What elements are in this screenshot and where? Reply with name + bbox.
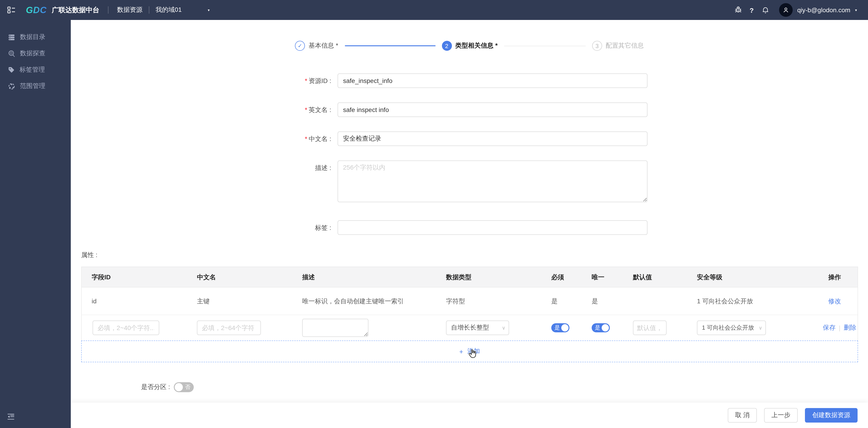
step-3-label: 配置其它信息: [606, 42, 644, 50]
col-header-cn-name: 中文名: [187, 267, 292, 287]
step-2-label: 类型相关信息 *: [455, 42, 498, 50]
create-data-resource-button[interactable]: 创建数据资源: [805, 408, 858, 423]
apps-menu-icon[interactable]: [7, 6, 16, 14]
tags-label: 标签 :: [71, 220, 338, 235]
description-label: 描述 :: [71, 161, 338, 202]
sidebar-item-label: 数据探查: [20, 50, 45, 58]
resource-id-input[interactable]: [338, 73, 648, 88]
bug-report-icon[interactable]: [734, 6, 742, 14]
chevron-down-icon: ∨: [756, 325, 762, 331]
col-header-required: 必须: [541, 267, 582, 287]
partition-label: 是否分区 :: [141, 383, 170, 391]
toggle-label: 是: [555, 324, 560, 332]
required-mark: *: [305, 77, 307, 84]
partition-toggle[interactable]: 否: [174, 382, 194, 392]
cell-default: [623, 288, 687, 315]
table-row-id: id 主键 唯一标识，会自动创建主键唯一索引 字符型 是 是 1 可向社会公众开…: [82, 288, 858, 315]
form-row-tags: 标签 :: [71, 220, 868, 235]
help-icon[interactable]: ?: [750, 6, 754, 14]
chinese-name-label: *中文名 :: [71, 131, 338, 146]
cell-data-type: 字符型: [436, 288, 541, 315]
add-attribute-label: 添加: [467, 347, 480, 356]
toggle-knob: [602, 324, 609, 331]
partition-row: 是否分区 : 否: [141, 382, 868, 392]
step-indicator: ✓ 基本信息 * 2 类型相关信息 * 3 配置其它信息: [71, 41, 868, 51]
attributes-table: 字段ID 中文名 描述 数据类型 必须 唯一 默认值 安全等级 操作 id 主键…: [81, 267, 858, 340]
person-icon: [782, 6, 789, 13]
editor-security-select[interactable]: 1 可向社会公众开放 ∨: [697, 321, 766, 335]
resource-id-label: *资源ID :: [71, 73, 338, 88]
user-avatar[interactable]: [779, 3, 793, 17]
editor-cn-name-input[interactable]: [197, 321, 261, 335]
previous-step-button[interactable]: 上一步: [764, 408, 798, 423]
editor-data-type-select[interactable]: 自增长长整型 ∨: [446, 321, 509, 335]
english-name-input[interactable]: [338, 102, 648, 117]
form-row-english-name: *英文名 :: [71, 102, 868, 117]
sidebar-item-label: 数据目录: [20, 33, 45, 41]
english-name-label: *英文名 :: [71, 102, 338, 117]
col-header-default: 默认值: [623, 267, 687, 287]
tag-icon: [8, 66, 15, 73]
editor-description-textarea[interactable]: [302, 319, 368, 337]
modify-link[interactable]: 修改: [828, 297, 841, 305]
cell-cn-name: 主键: [187, 288, 292, 315]
app-header: GDC 广联达数据中台 数据资源 我的域01 ▼ ? qiy-b@glodon.…: [0, 0, 868, 20]
step-3-circle: 3: [592, 41, 602, 51]
sidebar-item-data-catalog[interactable]: 数据目录: [0, 29, 71, 45]
editor-field-id-input[interactable]: [93, 321, 159, 335]
toggle-knob: [175, 383, 183, 391]
add-attribute-button[interactable]: + 添加: [81, 340, 858, 362]
step-1-label: 基本信息 *: [309, 42, 338, 50]
sidebar-item-label: 范围管理: [20, 82, 45, 90]
editor-unique-toggle[interactable]: 是: [592, 323, 610, 332]
sidebar-item-data-explore[interactable]: 数据探查: [0, 45, 71, 62]
required-mark: *: [305, 135, 307, 142]
app-title: 广联达数据中台: [52, 6, 99, 14]
table-editor-row: 自增长长整型 ∨ 是 是: [82, 315, 858, 340]
sidebar-collapse-icon[interactable]: [7, 413, 15, 422]
editor-required-toggle[interactable]: 是: [551, 323, 569, 332]
col-header-action: 操作: [812, 267, 858, 287]
required-mark: *: [305, 106, 307, 113]
step-1-check-icon: ✓: [295, 41, 305, 51]
scope-icon: [8, 82, 16, 90]
chevron-down-icon: ∨: [500, 325, 505, 331]
tags-input[interactable]: [338, 220, 648, 235]
description-textarea[interactable]: [338, 161, 648, 202]
toggle-label: 是: [595, 324, 600, 332]
chinese-name-input[interactable]: [338, 131, 648, 146]
editor-default-input[interactable]: [633, 321, 666, 335]
caret-down-icon: ▼: [207, 8, 210, 11]
cell-description: 唯一标识，会自动创建主键唯一索引: [292, 288, 436, 315]
nav-data-resource[interactable]: 数据资源: [117, 6, 143, 14]
divider: [108, 6, 108, 13]
sidebar-item-scope-management[interactable]: 范围管理: [0, 78, 71, 94]
cell-security: 1 可向社会公众开放: [687, 288, 812, 315]
caret-down-icon[interactable]: ▼: [855, 8, 858, 11]
form-row-chinese-name: *中文名 :: [71, 131, 868, 146]
sidebar-menu: 数据目录 数据探查 标签管理 范围管理: [0, 20, 71, 94]
header-actions: ? qiy-b@glodon.com ▼: [734, 3, 858, 17]
divider: [149, 6, 149, 13]
cancel-button[interactable]: 取 消: [728, 408, 757, 423]
main-content: ✓ 基本信息 * 2 类型相关信息 * 3 配置其它信息 *资源ID : *英文…: [71, 20, 868, 403]
user-email[interactable]: qiy-b@glodon.com: [797, 6, 850, 13]
action-divider: |: [839, 324, 840, 331]
toggle-knob: [561, 324, 568, 331]
step-connector-pending: [504, 45, 586, 46]
attributes-section-label: 属性 :: [81, 251, 868, 259]
sidebar-item-label: 标签管理: [20, 66, 45, 74]
col-header-data-type: 数据类型: [436, 267, 541, 287]
table-header-row: 字段ID 中文名 描述 数据类型 必须 唯一 默认值 安全等级 操作: [82, 267, 858, 288]
notification-bell-icon[interactable]: [762, 6, 770, 14]
cell-unique: 是: [582, 288, 623, 315]
col-header-description: 描述: [292, 267, 436, 287]
sidebar-item-tag-management[interactable]: 标签管理: [0, 62, 71, 78]
domain-selector-label: 我的域01: [156, 6, 182, 14]
gdc-logo: GDC: [26, 5, 47, 15]
save-link[interactable]: 保存: [823, 324, 836, 332]
col-header-unique: 唯一: [582, 267, 623, 287]
form-row-resource-id: *资源ID :: [71, 73, 868, 88]
domain-selector[interactable]: 我的域01 ▼: [156, 6, 210, 14]
delete-link[interactable]: 删除: [844, 324, 857, 332]
